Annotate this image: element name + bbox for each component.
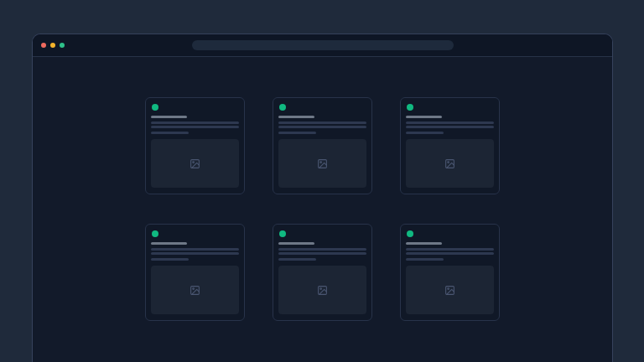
status-dot-icon [152, 230, 158, 237]
page-content [33, 57, 612, 362]
browser-window [32, 34, 613, 362]
image-placeholder [151, 139, 239, 188]
image-placeholder [278, 139, 366, 188]
image-icon [444, 158, 455, 169]
status-dot-icon [152, 104, 158, 111]
image-icon [190, 158, 200, 169]
image-icon [444, 285, 455, 296]
status-dot-icon [279, 104, 286, 111]
skeleton-title-bar [406, 116, 442, 118]
image-placeholder [151, 266, 239, 314]
card[interactable] [145, 97, 245, 194]
card[interactable] [273, 224, 372, 321]
skeleton-line-bar [278, 252, 366, 255]
status-dot-icon [407, 230, 413, 237]
skeleton-title-bar [151, 116, 187, 118]
image-placeholder [406, 266, 494, 314]
skeleton-line-bar [151, 258, 189, 261]
skeleton-line-bar [406, 248, 494, 251]
skeleton-line-bar [278, 122, 366, 124]
skeleton-title-bar [151, 242, 187, 245]
browser-titlebar [33, 34, 612, 57]
traffic-lights [41, 43, 65, 48]
skeleton-line-bar [151, 248, 239, 251]
minimize-icon[interactable] [50, 43, 55, 48]
skeleton-line-bar [406, 252, 494, 255]
skeleton-line-bar [151, 122, 239, 124]
skeleton-line-bar [278, 258, 316, 261]
skeleton-line-bar [406, 122, 494, 124]
skeleton-line-bar [278, 126, 366, 128]
image-icon [317, 285, 328, 296]
status-dot-icon [279, 230, 286, 237]
card-grid [33, 97, 612, 321]
url-bar[interactable] [192, 40, 454, 50]
zoom-icon[interactable] [60, 43, 65, 48]
image-placeholder [406, 139, 494, 188]
image-icon [190, 285, 200, 296]
status-dot-icon [407, 104, 413, 111]
skeleton-line-bar [278, 248, 366, 251]
skeleton-line-bar [151, 252, 239, 255]
skeleton-line-bar [151, 126, 239, 128]
close-icon[interactable] [41, 43, 46, 48]
skeleton-line-bar [151, 132, 189, 134]
skeleton-line-bar [406, 258, 444, 261]
image-icon [317, 158, 328, 169]
skeleton-line-bar [406, 126, 494, 128]
skeleton-title-bar [406, 242, 442, 245]
skeleton-title-bar [278, 242, 314, 245]
card[interactable] [273, 97, 372, 194]
image-placeholder [278, 266, 366, 314]
skeleton-line-bar [406, 132, 444, 134]
card[interactable] [400, 224, 500, 321]
skeleton-title-bar [278, 116, 314, 118]
card[interactable] [145, 224, 245, 321]
skeleton-line-bar [278, 132, 316, 134]
card[interactable] [400, 97, 500, 194]
